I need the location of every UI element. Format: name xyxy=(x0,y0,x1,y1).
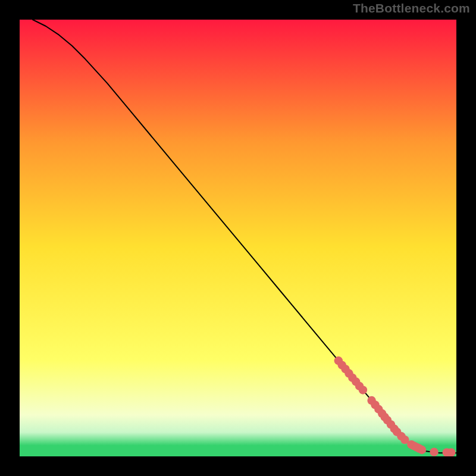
data-point xyxy=(430,447,438,456)
chart-frame: TheBottleneck.com xyxy=(0,0,476,476)
gradient-background xyxy=(20,20,456,456)
plot-area xyxy=(20,20,456,456)
chart-svg xyxy=(20,20,456,456)
watermark-text: TheBottleneck.com xyxy=(353,1,470,15)
data-point xyxy=(359,386,367,394)
data-point xyxy=(418,446,426,454)
data-point xyxy=(447,448,455,456)
